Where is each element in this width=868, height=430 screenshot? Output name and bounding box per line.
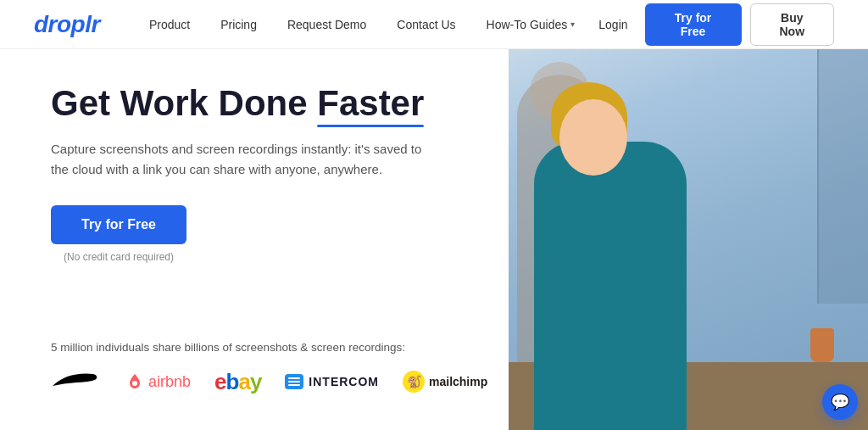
woman-head [559,99,627,176]
nike-logo [51,367,102,396]
intercom-icon [285,374,303,389]
try-free-button-header[interactable]: Try for Free [645,3,742,46]
svg-point-0 [132,381,137,386]
ebay-logo: ebay [214,369,261,395]
mailchimp-icon: 🐒 [403,371,425,393]
intercom-logo: INTERCOM [285,374,379,389]
coffee-cup [810,328,834,362]
partner-logos: airbnb ebay INTERCOM [51,367,509,396]
chat-widget[interactable]: 💬 [822,384,858,420]
hero-heading: Get Work Done Faster [51,83,509,124]
social-proof-text: 5 million individuals share billions of … [51,341,509,354]
main-nav: Product Pricing Request Demo Contact Us … [134,0,590,49]
chevron-down-icon: ▾ [570,20,575,29]
mailchimp-logo: 🐒 mailchimp [403,371,487,393]
buy-now-button[interactable]: Buy Now [750,3,835,46]
nav-pricing[interactable]: Pricing [205,0,272,49]
nav-contact-us[interactable]: Contact Us [381,0,470,49]
hero-section: Get Work Done Faster Capture screenshots… [51,83,509,263]
nav-product[interactable]: Product [134,0,205,49]
hero-photo [509,49,868,430]
nav-how-to-guides[interactable]: How-To Guides ▾ [471,0,591,49]
nav-request-demo[interactable]: Request Demo [272,0,381,49]
chat-icon: 💬 [831,393,849,411]
hero-subtext: Capture screenshots and screen recording… [51,139,424,180]
login-button[interactable]: Login [590,18,636,31]
window-frame [817,49,868,304]
airbnb-logo: airbnb [125,372,191,391]
hero-left: Get Work Done Faster Capture screenshots… [0,49,509,430]
hero-image [509,49,868,430]
main-content: Get Work Done Faster Capture screenshots… [0,49,868,430]
hero-try-free-button[interactable]: Try for Free [51,205,186,244]
header: droplr Product Pricing Request Demo Cont… [0,0,868,49]
no-credit-card-text: (No credit card required) [51,251,186,263]
header-actions: Login Try for Free Buy Now [590,3,834,46]
woman-body [534,142,687,430]
hero-highlight: Faster [317,83,424,124]
social-proof: 5 million individuals share billions of … [51,341,509,405]
logo[interactable]: droplr [34,11,100,38]
